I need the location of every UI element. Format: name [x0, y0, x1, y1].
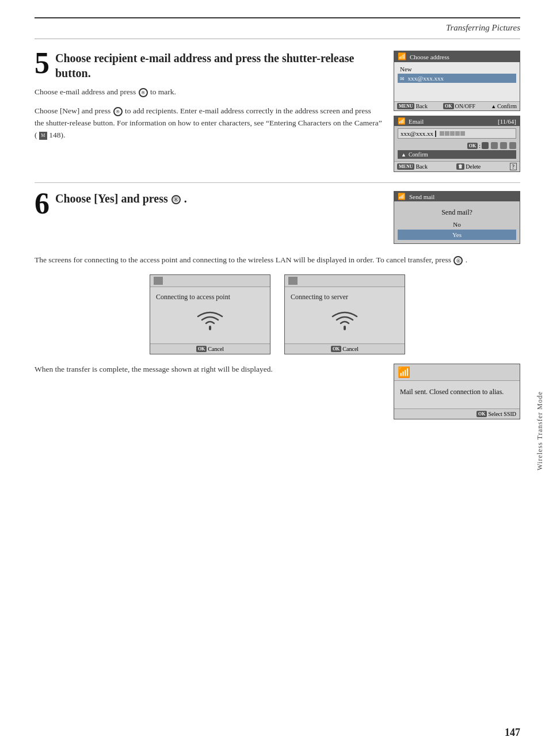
conn-srv-cancel: OK Cancel	[331, 346, 359, 352]
conn-srv-header	[285, 275, 405, 287]
email-screen: 📶 Email [11/64] xxx@xxx.xx	[394, 116, 520, 172]
choose-address-header: 📶 Choose address	[394, 51, 520, 62]
wifi-icon-1: 📶	[398, 52, 406, 61]
conn-srv-footer: OK Cancel	[285, 343, 405, 354]
cursor	[435, 131, 436, 137]
transfer-right: 📶 Mail sent. Closed connection to alias.…	[394, 364, 520, 419]
connecting-desc: The screens for connecting to the access…	[35, 254, 520, 266]
wifi-icon-2: 📶	[398, 117, 406, 125]
step-5-body1: Choose e-mail address and press ® to mar…	[35, 86, 382, 98]
step-5-title-block: 5 Choose recipient e-mail address and pr…	[35, 51, 382, 81]
email-footer: MENU Back 🗑 Delete ?	[394, 161, 520, 171]
email-header: 📶 Email [11/64]	[394, 116, 520, 126]
step-5-number: 5	[35, 48, 49, 78]
menu-back-btn-2: MENU Back	[397, 163, 428, 170]
new-row: New	[398, 64, 516, 74]
sendmail-no: No	[398, 219, 516, 230]
conn-ap-wifi	[154, 310, 266, 337]
sendmail-header: 📶 Send mail	[394, 192, 520, 201]
mailsent-footer: OK Select SSID	[394, 408, 520, 419]
conn-srv-wifi	[288, 310, 401, 337]
top-rule	[35, 17, 520, 18]
connecting-section: The screens for connecting to the access…	[35, 254, 520, 354]
email-row: ✉ xxx@xxx.xxx	[398, 74, 516, 83]
email-options-row: OK :	[398, 141, 516, 150]
mailsent-header: 📶	[394, 364, 520, 381]
step-5-right: 📶 Choose address New ✉ xxx@xxx.xxx MENU …	[394, 51, 520, 172]
wifi-icon-4: 📶	[398, 366, 410, 379]
email-confirm-row: ▲ Confirm	[398, 150, 516, 159]
step-6-title-block: 6 Choose [Yes] and press ® .	[35, 191, 382, 206]
page-title: Transferring Pictures	[446, 23, 520, 33]
conn-ap-header	[150, 275, 270, 287]
conn-ap-text: Connecting to access point	[154, 293, 266, 301]
connecting-server-screen: Connecting to server OK Cancel	[284, 274, 405, 354]
conn-ap-cancel: OK Cancel	[196, 346, 224, 352]
conn-ap-footer: OK Cancel	[150, 343, 270, 354]
section-divider	[35, 182, 520, 183]
step-6-right: 📶 Send mail Send mail? No Yes	[394, 191, 520, 244]
ok-onoff-btn: OK ON/OFF	[443, 103, 475, 109]
option-icon-3	[509, 142, 516, 149]
email-body: xxx@xxx.xx OK :	[394, 126, 520, 161]
option-icon-1	[491, 142, 498, 149]
transfer-desc: When the transfer is complete, the messa…	[35, 364, 382, 376]
help-btn: ?	[510, 163, 517, 170]
ok-icon-4: ®	[453, 256, 463, 265]
wifi-icon-3: 📶	[398, 193, 406, 200]
connecting-ap-screen: Connecting to access point OK	[150, 274, 270, 354]
choose-address-body: New ✉ xxx@xxx.xxx	[394, 62, 520, 101]
conn-icon-sq-1	[154, 277, 163, 285]
book-ref-icon: M	[39, 132, 47, 140]
menu-back-btn: MENU Back	[397, 103, 428, 109]
sendmail-prompt: Send mail?	[398, 205, 516, 219]
sendmail-body: Send mail? No Yes	[394, 201, 520, 243]
step-6-left: 6 Choose [Yes] and press ® .	[35, 191, 382, 244]
option-icon-2	[500, 142, 507, 149]
page-header: Transferring Pictures	[35, 23, 520, 39]
conn-ap-body: Connecting to access point	[150, 287, 270, 343]
sendmail-yes: Yes	[398, 230, 516, 240]
step-6-number: 6	[35, 189, 49, 219]
mailsent-body: Mail sent. Closed connection to alias.	[394, 381, 520, 408]
delete-btn: 🗑 Delete	[456, 163, 481, 170]
transfer-left: When the transfer is complete, the messa…	[35, 364, 382, 419]
ok-icon-3: ®	[171, 195, 181, 204]
conn-icon-sq-2	[288, 277, 298, 285]
step-5-section: 5 Choose recipient e-mail address and pr…	[35, 51, 520, 172]
step-5-title: Choose recipient e-mail address and pres…	[55, 51, 382, 81]
conn-srv-text: Connecting to server	[288, 293, 401, 301]
choose-address-footer: MENU Back OK ON/OFF ▲ Confirm	[394, 101, 520, 110]
mailsent-screen: 📶 Mail sent. Closed connection to alias.…	[394, 364, 520, 419]
email-input-row: xxx@xxx.xx	[398, 128, 516, 139]
conn-srv-body: Connecting to server	[285, 287, 405, 343]
sidebar-label: Wireless Transfer Mode	[536, 391, 544, 471]
step-6-section: 6 Choose [Yes] and press ® . 📶 Send mail…	[35, 191, 520, 244]
step-6-title: Choose [Yes] and press ® .	[55, 191, 382, 206]
char-icon	[482, 142, 489, 149]
confirm-btn: ▲ Confirm	[491, 103, 517, 109]
step-5-left: 5 Choose recipient e-mail address and pr…	[35, 51, 382, 172]
select-ssid-btn: OK Select SSID	[476, 411, 516, 417]
step-5-body2: Choose [New] and press ® to add recipien…	[35, 105, 382, 142]
page-number: 147	[505, 727, 520, 739]
sendmail-screen: 📶 Send mail Send mail? No Yes	[394, 191, 520, 244]
connecting-screens: Connecting to access point OK	[35, 274, 520, 354]
ok-icon-1: ®	[139, 88, 148, 97]
ok-icon-2: ®	[113, 107, 123, 116]
transfer-section: When the transfer is complete, the messa…	[35, 364, 520, 419]
choose-address-screen: 📶 Choose address New ✉ xxx@xxx.xxx MENU …	[394, 51, 520, 111]
